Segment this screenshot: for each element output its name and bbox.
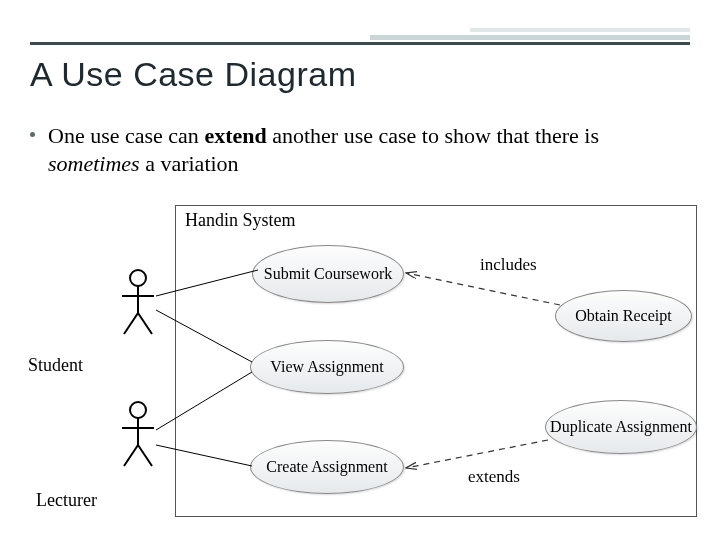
svg-point-5 xyxy=(130,402,146,418)
actor-label-lecturer: Lecturer xyxy=(36,490,97,511)
bullet-italic: sometimes xyxy=(48,151,140,176)
bullet-fragment: One use case can xyxy=(48,123,204,148)
usecase-duplicate: Duplicate Assignment xyxy=(545,400,697,454)
actor-label-student: Student xyxy=(28,355,83,376)
relation-label-extends: extends xyxy=(468,467,520,487)
usecase-submit: Submit Coursework xyxy=(252,245,404,303)
bullet-bold: extend xyxy=(204,123,266,148)
usecase-label: Duplicate Assignment xyxy=(550,418,692,436)
actor-student xyxy=(118,268,158,338)
stick-figure-icon xyxy=(118,268,158,338)
svg-line-8 xyxy=(124,445,138,466)
bullet-fragment: a variation xyxy=(140,151,239,176)
bullet-fragment: another use case to show that there is xyxy=(267,123,599,148)
decor-line xyxy=(470,28,690,32)
svg-line-3 xyxy=(124,313,138,334)
usecase-label: View Assignment xyxy=(270,358,383,376)
svg-line-9 xyxy=(138,445,152,466)
bullet-icon xyxy=(30,132,35,137)
svg-line-4 xyxy=(138,313,152,334)
system-label: Handin System xyxy=(185,210,296,231)
usecase-label: Submit Coursework xyxy=(264,265,392,283)
usecase-obtain: Obtain Receipt xyxy=(555,290,692,342)
relation-label-includes: includes xyxy=(480,255,537,275)
decor-line xyxy=(370,35,690,40)
bullet-text: One use case can extend another use case… xyxy=(48,122,680,177)
actor-lecturer xyxy=(118,400,158,470)
stick-figure-icon xyxy=(118,400,158,470)
usecase-create: Create Assignment xyxy=(250,440,404,494)
usecase-label: Obtain Receipt xyxy=(575,307,671,325)
slide: A Use Case Diagram One use case can exte… xyxy=(0,0,720,540)
usecase-view: View Assignment xyxy=(250,340,404,394)
page-title: A Use Case Diagram xyxy=(30,55,356,94)
decor-line xyxy=(30,42,690,45)
usecase-label: Create Assignment xyxy=(266,458,387,476)
svg-point-0 xyxy=(130,270,146,286)
